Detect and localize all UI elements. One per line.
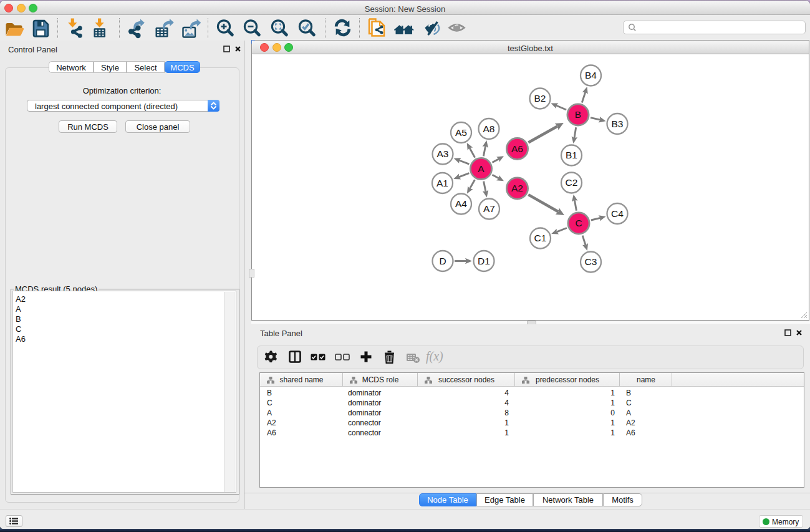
svg-text:A8: A8 [483,123,495,134]
svg-text:A3: A3 [437,148,449,159]
svg-text:D: D [439,256,446,266]
svg-text:C1: C1 [534,233,547,243]
svg-text:C3: C3 [585,256,597,267]
svg-text:A2: A2 [511,183,523,193]
svg-text:A6: A6 [511,143,523,154]
svg-text:B: B [575,109,581,120]
svg-text:B3: B3 [612,118,624,129]
svg-text:B1: B1 [566,150,577,160]
svg-text:A5: A5 [455,127,467,138]
svg-text:B2: B2 [534,93,546,104]
svg-text:C4: C4 [611,208,624,219]
svg-text:C2: C2 [566,177,578,188]
svg-text:D1: D1 [478,256,490,266]
svg-text:B4: B4 [585,70,597,80]
svg-text:A7: A7 [483,203,495,214]
svg-text:C: C [575,218,582,228]
svg-text:A: A [478,163,485,174]
svg-text:A4: A4 [455,198,467,209]
svg-text:A1: A1 [436,178,448,188]
